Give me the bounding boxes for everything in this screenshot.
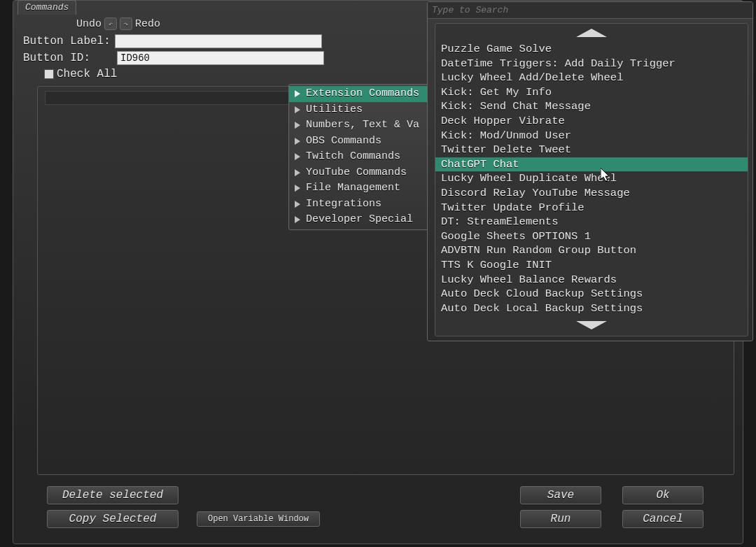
search-result-item[interactable]: Auto Deck Cloud Backup Settings [435, 287, 748, 301]
search-result-item[interactable]: Twitter Update Profile [435, 201, 748, 215]
search-result-item[interactable]: DateTime Triggers: Add Daily Trigger [435, 57, 748, 71]
search-result-item[interactable]: Puzzle Game Solve [435, 42, 748, 57]
search-result-item[interactable]: Lucky Wheel Duplicate Wheel [435, 171, 748, 186]
search-result-item[interactable]: Kick: Get My Info [435, 85, 748, 100]
category-menu-item[interactable]: Developer Special [289, 212, 435, 228]
scroll-up-button[interactable] [435, 24, 748, 42]
save-button[interactable]: Save [520, 486, 601, 504]
chevron-right-icon [295, 216, 300, 223]
category-menu-item[interactable]: File Management [289, 180, 435, 197]
chevron-right-icon [295, 122, 300, 129]
cancel-button[interactable]: Cancel [622, 510, 704, 528]
chevron-right-icon [295, 185, 300, 192]
category-menu-label: Integrations [306, 197, 382, 212]
check-all-label: Check All [57, 68, 117, 80]
delete-selected-button[interactable]: Delete selected [47, 486, 178, 504]
search-results-list[interactable]: Puzzle Game SolveDateTime Triggers: Add … [435, 42, 748, 316]
undo-redo-toolbar: Undo ↶ ↷ Redo [76, 17, 160, 30]
chevron-right-icon [295, 106, 300, 113]
chevron-right-icon [295, 201, 300, 208]
run-button[interactable]: Run [520, 510, 601, 528]
search-result-item[interactable]: Lucky Wheel Balance Rewards [435, 273, 748, 287]
search-result-item[interactable]: ChatGPT Chat [435, 157, 748, 172]
chevron-right-icon [295, 138, 300, 145]
category-menu-item[interactable]: Twitch Commands [289, 149, 435, 165]
button-id-input[interactable] [117, 51, 324, 65]
category-menu-item[interactable]: Integrations [289, 197, 435, 213]
commands-tab[interactable]: Commands [18, 0, 76, 15]
search-results-wrap: Puzzle Game SolveDateTime Triggers: Add … [435, 23, 748, 336]
button-id-row: Button ID: [23, 51, 324, 65]
category-menu-item[interactable]: Utilities [289, 102, 435, 118]
category-menu-item[interactable]: YouTube Commands [289, 165, 435, 181]
check-all-checkbox[interactable] [44, 69, 54, 79]
category-menu-label: YouTube Commands [306, 166, 407, 180]
search-result-item[interactable]: Kick: Send Chat Message [435, 99, 748, 114]
button-label-input[interactable] [115, 34, 322, 48]
command-search-panel: Puzzle Game SolveDateTime Triggers: Add … [427, 1, 753, 341]
category-context-menu[interactable]: Extension CommandsUtilitiesNumbers, Text… [288, 84, 435, 230]
category-menu-label: File Management [306, 181, 400, 196]
undo-icon[interactable]: ↶ [104, 17, 117, 30]
search-result-item[interactable]: Lucky Wheel Add/Delete Wheel [435, 71, 748, 85]
search-input[interactable] [428, 2, 752, 19]
search-result-item[interactable]: Twitter Delete Tweet [435, 143, 748, 157]
category-menu-item[interactable]: Extension Commands [289, 86, 435, 102]
search-result-item[interactable]: Discord Relay YouTube Message [435, 186, 748, 201]
check-all-row[interactable]: Check All [44, 68, 117, 80]
button-label-row: Button Label: [23, 34, 322, 48]
category-menu-label: Twitch Commands [306, 150, 400, 164]
category-menu-label: Utilities [306, 103, 363, 118]
chevron-right-icon [295, 153, 300, 160]
button-id-text: Button ID: [23, 52, 113, 64]
undo-label[interactable]: Undo [76, 18, 102, 30]
redo-label[interactable]: Redo [135, 18, 160, 30]
category-menu-label: Extension Commands [306, 87, 419, 101]
search-result-item[interactable]: Auto Deck Local Backup Settings [435, 301, 748, 316]
search-result-item[interactable]: Google Sheets OPTIONS 1 [435, 229, 748, 244]
scroll-down-button[interactable] [435, 316, 748, 334]
category-menu-label: Developer Special [306, 213, 413, 227]
search-result-item[interactable]: Kick: Mod/Unmod User [435, 129, 748, 143]
category-menu-label: Numbers, Text & Va [306, 118, 419, 133]
chevron-down-icon [576, 321, 607, 329]
search-result-item[interactable]: ADVBTN Run Random Group Button [435, 243, 748, 258]
search-result-item[interactable]: DT: StreamElements [435, 215, 748, 229]
category-menu-label: OBS Commands [306, 134, 382, 149]
chevron-right-icon [295, 169, 300, 176]
search-result-item[interactable]: Deck Hopper Vibrate [435, 114, 748, 129]
redo-icon[interactable]: ↷ [120, 17, 132, 30]
copy-selected-button[interactable]: Copy Selected [47, 510, 178, 528]
button-label-text: Button Label: [23, 35, 111, 48]
category-menu-item[interactable]: Numbers, Text & Va [289, 118, 435, 134]
category-menu-item[interactable]: OBS Commands [289, 134, 435, 150]
chevron-right-icon [295, 90, 300, 97]
open-variable-window-button[interactable]: Open Variable Window [197, 511, 320, 527]
ok-button[interactable]: Ok [622, 486, 704, 504]
chevron-up-icon [576, 29, 607, 37]
search-result-item[interactable]: TTS K Google INIT [435, 258, 748, 273]
